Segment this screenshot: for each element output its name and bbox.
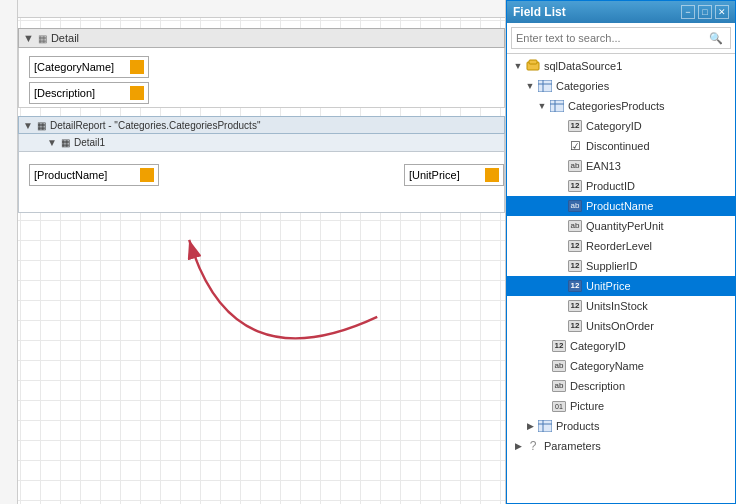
search-input[interactable] [511,27,731,49]
cat-expand: ▼ [523,79,537,93]
discontinued-label: Discontinued [586,140,650,152]
categoryid-label: CategoryID [586,120,642,132]
products-expand: ▶ [523,419,537,433]
cat-picture-icon: 01 [551,399,567,413]
tree-categories[interactable]: ▼ Categories [507,76,735,96]
svg-rect-9 [538,420,552,432]
unitsonorder-label: UnitsOnOrder [586,320,654,332]
maximize-button[interactable]: □ [698,5,712,19]
ean13-icon: ab [567,159,583,173]
detail-band: ▼ ▦ Detail [CategoryName] [Description] [18,28,505,108]
ruler-left [0,0,18,504]
tree-discontinued[interactable]: ☑ Discontinued [507,136,735,156]
datasource-label: sqlDataSource1 [544,60,622,72]
sub-detail-expand-icon: ▼ [47,137,57,148]
sub-report-expand-icon: ▼ [23,120,33,131]
tree-productid[interactable]: 12 ProductID [507,176,735,196]
tree-datasource[interactable]: ▼ sqlDataSource1 [507,56,735,76]
tree-categoryid[interactable]: 12 CategoryID [507,116,735,136]
cat-categoryid-label: CategoryID [570,340,626,352]
detail-band-icon: ▦ [38,33,47,44]
titlebar-buttons: − □ ✕ [681,5,729,19]
close-button[interactable]: ✕ [715,5,729,19]
category-name-field[interactable]: [CategoryName] [29,56,149,78]
products-icon [537,419,553,433]
tree-container[interactable]: ▼ sqlDataSource1 ▼ Categories ▼ Categori… [507,54,735,503]
product-name-field[interactable]: [ProductName] [29,164,159,186]
svg-rect-2 [529,60,537,64]
sub-detail-header[interactable]: ▼ ▦ Detail1 [19,134,504,152]
cat-description-icon: ab [551,379,567,393]
ruler-top [0,0,505,18]
tree-unitsinstock[interactable]: 12 UnitsInStock [507,296,735,316]
detail-report-band: ▼ ▦ DetailReport - "Categories.Categorie… [18,116,505,213]
field-list-panel: Field List − □ ✕ 🔍 ▼ sqlDataSource1 ▼ [506,0,736,504]
unitprice-label: UnitPrice [586,280,631,292]
tree-cat-categoryid[interactable]: 12 CategoryID [507,336,735,356]
cat-description-label: Description [570,380,625,392]
product-name-icon [140,168,154,182]
catprod-expand: ▼ [535,99,549,113]
cat-categoryname-label: CategoryName [570,360,644,372]
productname-label: ProductName [586,200,653,212]
tree-reorderlevel[interactable]: 12 ReorderLevel [507,236,735,256]
sub-report-header[interactable]: ▼ ▦ DetailReport - "Categories.Categorie… [18,116,505,134]
categories-label: Categories [556,80,609,92]
report-content: ▼ ▦ Detail [CategoryName] [Description] [18,18,505,504]
sub-sub-band: ▼ ▦ Detail1 [ProductName] [UnitPrice] [18,134,505,213]
tree-cat-picture[interactable]: 01 Picture [507,396,735,416]
description-icon [130,86,144,100]
description-label: [Description] [34,87,126,99]
cat-picture-label: Picture [570,400,604,412]
sub-report-icon: ▦ [37,120,46,131]
productid-label: ProductID [586,180,635,192]
product-name-label: [ProductName] [34,169,136,181]
sub-detail-label: Detail1 [74,137,105,148]
search-box: 🔍 [507,23,735,54]
tree-cat-description[interactable]: ab Description [507,376,735,396]
detail-band-header[interactable]: ▼ ▦ Detail [18,28,505,48]
cat-categoryname-icon: ab [551,359,567,373]
svg-rect-6 [550,100,564,112]
params-icon: ? [525,439,541,453]
tree-unitprice[interactable]: 12 UnitPrice [507,276,735,296]
tree-supplierid[interactable]: 12 SupplierID [507,256,735,276]
unitsonorder-icon: 12 [567,319,583,333]
cat-categoryid-icon: 12 [551,339,567,353]
svg-rect-3 [538,80,552,92]
productname-icon: ab [567,199,583,213]
minimize-button[interactable]: − [681,5,695,19]
catproducts-label: CategoriesProducts [568,100,665,112]
tree-cat-categoryname[interactable]: ab CategoryName [507,356,735,376]
tree-catproducts[interactable]: ▼ CategoriesProducts [507,96,735,116]
tree-productname[interactable]: ab ProductName [507,196,735,216]
tree-parameters[interactable]: ▶ ? Parameters [507,436,735,456]
categoryid-icon: 12 [567,119,583,133]
field-list-title: Field List [513,5,566,19]
tree-unitsonorder[interactable]: 12 UnitsOnOrder [507,316,735,336]
sub-detail-icon: ▦ [61,137,70,148]
catproducts-icon [549,99,565,113]
unit-price-label: [UnitPrice] [409,169,481,181]
qtyperunit-label: QuantityPerUnit [586,220,664,232]
unitsinstock-label: UnitsInStock [586,300,648,312]
report-designer: ▼ ▦ Detail [CategoryName] [Description] [0,0,506,504]
reorderlevel-icon: 12 [567,239,583,253]
unitprice-icon: 12 [567,279,583,293]
tree-ean13[interactable]: ab EAN13 [507,156,735,176]
productid-icon: 12 [567,179,583,193]
qtyperunit-icon: ab [567,219,583,233]
unitsinstock-icon: 12 [567,299,583,313]
unit-price-icon [485,168,499,182]
parameters-label: Parameters [544,440,601,452]
detail-expand-icon: ▼ [23,32,34,44]
description-field[interactable]: [Description] [29,82,149,104]
discontinued-icon: ☑ [567,139,583,153]
tree-products[interactable]: ▶ Products [507,416,735,436]
field-list-titlebar: Field List − □ ✕ [507,1,735,23]
unit-price-field[interactable]: [UnitPrice] [404,164,504,186]
search-wrap: 🔍 [511,27,731,49]
tree-qtyperunit[interactable]: ab QuantityPerUnit [507,216,735,236]
category-name-label: [CategoryName] [34,61,126,73]
ds-icon [525,59,541,73]
